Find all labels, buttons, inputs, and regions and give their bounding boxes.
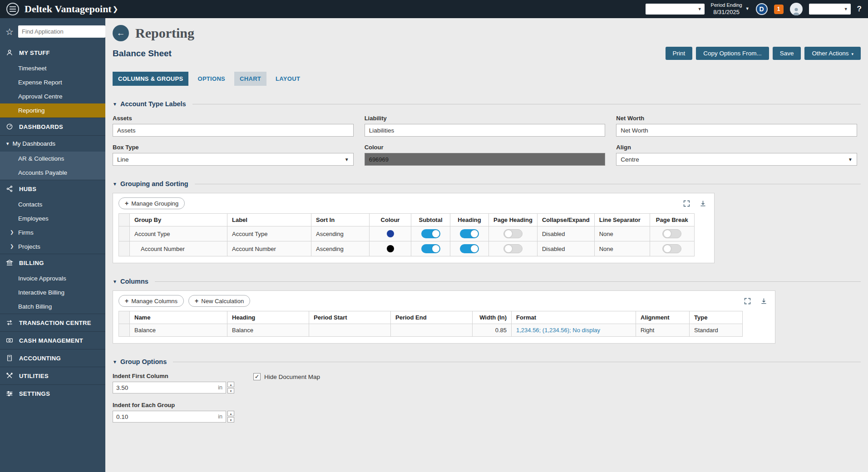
manage-grouping-button[interactable]: + Manage Grouping xyxy=(118,197,185,209)
sidebar-item-firms[interactable]: ❯ Firms xyxy=(0,226,105,240)
page-break-toggle[interactable] xyxy=(662,229,681,238)
sidebar-section-dashboards[interactable]: DASHBOARDS xyxy=(0,118,105,135)
sidebar-item-reporting[interactable]: Reporting xyxy=(0,103,105,118)
tab-columns-groups[interactable]: COLUMNS & GROUPS xyxy=(113,72,188,86)
cell-name[interactable]: Balance xyxy=(130,324,227,337)
period-ending-control[interactable]: Period Ending 8/31/2025 ▼ xyxy=(711,2,750,16)
expand-grid-icon[interactable] xyxy=(741,295,753,306)
sidebar-item-ar-collections[interactable]: AR & Collections xyxy=(0,152,105,166)
user-avatar[interactable] xyxy=(790,3,803,15)
row-selector[interactable] xyxy=(119,324,130,337)
cell-sort-in[interactable]: Ascending xyxy=(311,241,370,256)
deltek-badge[interactable]: D xyxy=(756,3,768,15)
download-icon[interactable] xyxy=(697,198,709,209)
liability-input[interactable] xyxy=(365,124,606,137)
box-type-select[interactable]: Line ▼ xyxy=(113,153,354,166)
page-heading-toggle[interactable] xyxy=(503,229,523,238)
section-title[interactable]: Group Options xyxy=(120,358,167,365)
cell-line-separator[interactable]: None xyxy=(594,226,650,241)
page-break-toggle[interactable] xyxy=(662,244,681,253)
sidebar-item-approval-centre[interactable]: Approval Centre xyxy=(0,89,105,103)
notification-badge[interactable]: 1 xyxy=(774,5,784,14)
sidebar-item-expense-report[interactable]: Expense Report xyxy=(0,75,105,89)
tab-options[interactable]: OPTIONS xyxy=(192,72,231,86)
help-button[interactable]: ? xyxy=(857,5,862,14)
expand-grid-icon[interactable] xyxy=(681,198,692,209)
format-link[interactable]: 1,234.56; (1,234.56); No display xyxy=(516,327,600,334)
other-actions-button[interactable]: Other Actions▾ xyxy=(804,47,861,60)
subtotal-toggle[interactable] xyxy=(421,229,440,238)
subtotal-toggle[interactable] xyxy=(421,244,440,253)
row-selector[interactable] xyxy=(119,241,130,256)
cell-collapse-expand[interactable]: Disabled xyxy=(537,241,594,256)
sidebar-item-employees[interactable]: Employees xyxy=(0,211,105,226)
hide-document-map-checkbox[interactable]: ✓ xyxy=(253,373,261,380)
cell-label[interactable]: Account Type xyxy=(227,226,311,241)
sidebar-item-invoice-approvals[interactable]: Invoice Approvals xyxy=(0,271,105,285)
sidebar-item-batch-billing[interactable]: Batch Billing xyxy=(0,300,105,314)
tab-chart[interactable]: CHART xyxy=(234,72,266,86)
sidebar-item-timesheet[interactable]: Timesheet xyxy=(0,61,105,75)
sidebar-section-cash-management[interactable]: CASH MANAGEMENT xyxy=(0,332,105,349)
cell-group-by[interactable]: Account Type xyxy=(130,226,227,241)
print-button[interactable]: Print xyxy=(666,47,693,60)
stepper-up-button[interactable]: ▴ xyxy=(227,411,234,416)
sidebar-item-my-dashboards[interactable]: ▾ My Dashboards xyxy=(0,136,105,152)
colour-dot[interactable] xyxy=(387,230,394,237)
section-title[interactable]: Account Type Labels xyxy=(120,100,186,108)
collapse-triangle-icon[interactable]: ▼ xyxy=(113,359,117,364)
sidebar-item-accounts-payable[interactable]: Accounts Payable xyxy=(0,166,105,180)
collapse-triangle-icon[interactable]: ▼ xyxy=(113,102,117,107)
sidebar-section-billing[interactable]: BILLING xyxy=(0,254,105,271)
cell-sort-in[interactable]: Ascending xyxy=(311,226,370,241)
menu-button[interactable] xyxy=(6,3,19,15)
sidebar-section-accounting[interactable]: ACCOUNTING xyxy=(0,349,105,367)
cell-alignment[interactable]: Right xyxy=(636,324,690,337)
sidebar-section-my-stuff[interactable]: MY STUFF xyxy=(0,44,105,61)
section-title[interactable]: Columns xyxy=(120,278,148,285)
stepper-down-button[interactable]: ▾ xyxy=(227,388,234,393)
collapse-triangle-icon[interactable]: ▼ xyxy=(113,182,117,187)
heading-toggle[interactable] xyxy=(460,229,479,238)
save-button[interactable]: Save xyxy=(773,47,801,60)
back-button[interactable]: ← xyxy=(113,25,129,41)
new-calculation-button[interactable]: + New Calculation xyxy=(188,295,250,307)
stepper-up-button[interactable]: ▴ xyxy=(227,382,234,387)
indent-first-column-input[interactable]: 3.50 in xyxy=(113,382,226,393)
net-worth-input[interactable] xyxy=(616,124,857,137)
section-title[interactable]: Grouping and Sorting xyxy=(120,180,188,187)
cell-type[interactable]: Standard xyxy=(690,324,743,337)
assets-input[interactable] xyxy=(113,124,354,137)
cell-line-separator[interactable]: None xyxy=(594,241,650,256)
indent-each-group-input[interactable]: 0.10 in xyxy=(113,411,226,423)
sidebar-item-interactive-billing[interactable]: Interactive Billing xyxy=(0,285,105,300)
app-logo[interactable]: Deltek Vantagepoint❯ xyxy=(25,3,118,15)
hide-document-map-control[interactable]: ✓ Hide Document Map xyxy=(253,373,320,380)
cell-period-end[interactable] xyxy=(391,324,473,337)
stepper-down-button[interactable]: ▾ xyxy=(227,417,234,423)
cell-width[interactable]: 0.85 xyxy=(473,324,512,337)
cell-period-start[interactable] xyxy=(309,324,391,337)
cell-heading[interactable]: Balance xyxy=(227,324,309,337)
colour-swatch[interactable]: 696969 xyxy=(365,153,606,166)
row-selector[interactable] xyxy=(119,226,130,241)
heading-toggle[interactable] xyxy=(460,244,479,253)
copy-options-button[interactable]: Copy Options From... xyxy=(696,47,769,60)
company-select[interactable]: ▼ xyxy=(646,4,705,15)
colour-dot[interactable] xyxy=(387,245,394,252)
sidebar-item-projects[interactable]: ❯ Projects xyxy=(0,240,105,254)
favorites-star-icon[interactable]: ☆ xyxy=(5,27,14,36)
sidebar-section-utilities[interactable]: UTILITIES xyxy=(0,367,105,384)
sidebar-section-transaction-centre[interactable]: TRANSACTION CENTRE xyxy=(0,314,105,331)
sidebar-section-hubs[interactable]: HUBS xyxy=(0,180,105,197)
page-heading-toggle[interactable] xyxy=(503,244,523,253)
sidebar-item-contacts[interactable]: Contacts xyxy=(0,197,105,211)
cell-label[interactable]: Account Number xyxy=(227,241,311,256)
download-icon[interactable] xyxy=(758,295,769,306)
secondary-select[interactable]: ▼ xyxy=(809,4,851,15)
align-select[interactable]: Centre ▼ xyxy=(616,153,857,166)
tab-layout[interactable]: LAYOUT xyxy=(270,72,306,86)
collapse-triangle-icon[interactable]: ▼ xyxy=(113,279,117,284)
manage-columns-button[interactable]: + Manage Columns xyxy=(118,295,184,307)
cell-group-by[interactable]: Account Number xyxy=(130,241,227,256)
